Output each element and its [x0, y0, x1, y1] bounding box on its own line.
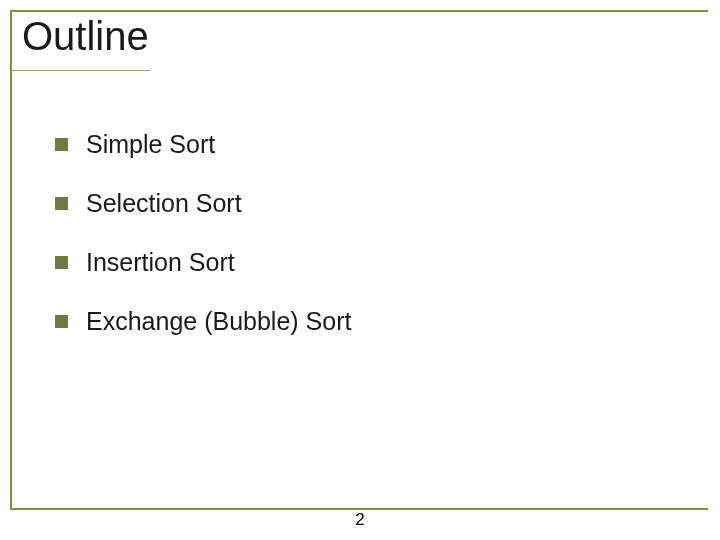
list-item: Exchange (Bubble) Sort	[55, 307, 351, 336]
bullet-icon	[55, 138, 68, 151]
bullet-text: Selection Sort	[86, 189, 242, 218]
list-item: Simple Sort	[55, 130, 351, 159]
bullet-icon	[55, 315, 68, 328]
bullet-text: Exchange (Bubble) Sort	[86, 307, 351, 336]
list-item: Selection Sort	[55, 189, 351, 218]
bullet-icon	[55, 197, 68, 210]
bullet-text: Insertion Sort	[86, 248, 235, 277]
content-area: Simple Sort Selection Sort Insertion Sor…	[55, 130, 351, 366]
title-container: Outline	[22, 14, 159, 59]
page-number: 2	[355, 510, 364, 530]
bullet-text: Simple Sort	[86, 130, 215, 159]
list-item: Insertion Sort	[55, 248, 351, 277]
bullet-icon	[55, 256, 68, 269]
title-underline	[10, 70, 150, 71]
slide-title: Outline	[22, 14, 149, 59]
